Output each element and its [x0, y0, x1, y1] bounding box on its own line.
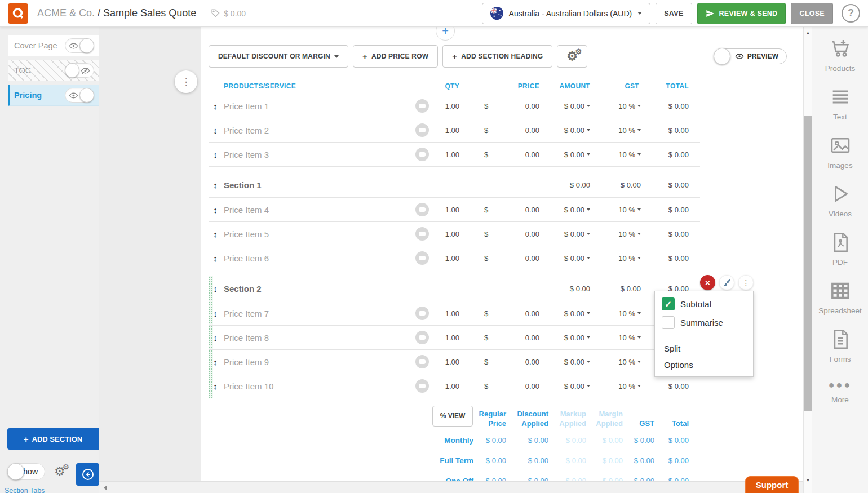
tool-forms[interactable]: Forms — [829, 328, 852, 363]
sidebar-item-pricing[interactable]: Pricing — [8, 85, 99, 106]
gst-dropdown[interactable]: 10 % — [596, 150, 646, 159]
qty-field[interactable]: 1.00 — [445, 150, 459, 159]
qty-field[interactable]: 1.00 — [445, 382, 459, 390]
price-item-label[interactable]: Price Item 6 — [222, 254, 415, 263]
settings-gears-icon[interactable]: ⚙⚙ — [54, 465, 65, 478]
amount-dropdown[interactable]: $ 0.00 — [539, 150, 596, 159]
gst-dropdown[interactable]: 10 % — [596, 309, 646, 318]
amount-dropdown[interactable]: $ 0.00 — [539, 126, 596, 135]
app-logo[interactable] — [8, 3, 28, 24]
sidebar-item-toc[interactable]: TOC — [8, 60, 99, 81]
qty-field[interactable]: 1.00 — [445, 206, 459, 214]
section-heading-row[interactable]: ↕ Section 1 $ 0.00 $ 0.00 $ 0.00 — [209, 172, 700, 198]
price-item-label[interactable]: Price Item 9 — [222, 357, 415, 367]
price-item-row[interactable]: ↕ Price Item 2 1.00 $0.00 $ 0.00 10 % $ … — [209, 118, 700, 143]
qty-field[interactable]: 1.00 — [445, 334, 459, 342]
section-more-button[interactable]: ⋮ — [738, 275, 754, 290]
price-item-label[interactable]: Price Item 1 — [222, 101, 415, 111]
delete-section-button[interactable]: × — [700, 275, 715, 290]
amount-dropdown[interactable]: $ 0.00 — [539, 102, 596, 110]
checkbox-unchecked-icon[interactable] — [662, 316, 675, 329]
drag-handle-icon[interactable]: ↕ — [209, 309, 222, 318]
tool-images[interactable]: Images — [827, 134, 852, 170]
add-price-row-button[interactable]: + ADD PRICE ROW — [353, 45, 438, 68]
menu-item-subtotal[interactable]: ✓ Subtotal — [655, 295, 753, 313]
tool-text[interactable]: Text — [829, 86, 852, 121]
scroll-down-icon[interactable]: ▼ — [804, 478, 812, 483]
tool-pdf[interactable]: PDF — [829, 231, 852, 267]
percent-view-button[interactable]: % VIEW — [432, 406, 473, 427]
review-send-button[interactable]: REVIEW & SEND — [697, 3, 786, 24]
qty-field[interactable]: 1.00 — [445, 254, 459, 263]
price-field[interactable]: 0.00 — [525, 230, 539, 238]
drag-handle-icon[interactable]: ↕ — [209, 126, 222, 135]
price-item-label[interactable]: Price Item 8 — [222, 333, 415, 343]
tool-videos[interactable]: Videos — [829, 183, 852, 218]
qty-field[interactable]: 1.00 — [445, 358, 459, 366]
visibility-toggle[interactable] — [65, 38, 94, 53]
close-button[interactable]: CLOSE — [791, 3, 833, 24]
amount-dropdown[interactable]: $ 0.00 — [539, 382, 596, 390]
amount-dropdown[interactable]: $ 0.00 — [539, 358, 596, 366]
preview-toggle[interactable]: PREVIEW — [714, 48, 787, 64]
sidebar-item-cover-page[interactable]: Cover Page — [8, 35, 99, 56]
qty-field[interactable]: 1.00 — [445, 126, 459, 135]
comment-icon[interactable] — [415, 379, 429, 393]
price-field[interactable]: 0.00 — [525, 334, 539, 342]
price-item-row[interactable]: ↕ Price Item 3 1.00 $0.00 $ 0.00 10 % $ … — [209, 143, 700, 167]
price-item-label[interactable]: Price Item 5 — [222, 229, 415, 239]
price-item-row[interactable]: ↕ Price Item 9 1.00 $0.00 $ 0.00 10 % $ … — [209, 350, 700, 374]
default-discount-button[interactable]: DEFAULT DISCOUNT OR MARGIN — [209, 45, 348, 68]
comment-icon[interactable] — [415, 355, 429, 368]
qty-field[interactable]: 1.00 — [445, 230, 459, 238]
comment-icon[interactable] — [415, 203, 429, 216]
price-item-label[interactable]: Price Item 2 — [222, 126, 415, 135]
drag-handle-icon[interactable]: ↕ — [209, 205, 222, 215]
qty-field[interactable]: 1.00 — [445, 102, 459, 110]
tool-spreadsheet[interactable]: Spreadsheet — [818, 279, 862, 315]
comment-icon[interactable] — [415, 99, 429, 113]
support-button[interactable]: Support — [745, 476, 799, 493]
add-section-heading-button[interactable]: + ADD SECTION HEADING — [442, 45, 552, 68]
price-item-row[interactable]: ↕ Price Item 5 1.00 $0.00 $ 0.00 10 % $ … — [209, 222, 700, 246]
summary-row-label[interactable]: Full Term — [209, 456, 473, 465]
amount-dropdown[interactable]: $ 0.00 — [539, 309, 596, 318]
qty-field[interactable]: 1.00 — [445, 309, 459, 318]
price-field[interactable]: 0.00 — [525, 150, 539, 159]
drag-handle-icon[interactable]: ↕ — [209, 381, 222, 391]
price-field[interactable]: 0.00 — [525, 206, 539, 214]
drag-handle-icon[interactable]: ↕ — [209, 150, 222, 159]
quote-title[interactable]: Sample Sales Quote — [103, 7, 196, 19]
price-field[interactable]: 0.00 — [525, 254, 539, 263]
price-item-label[interactable]: Price Item 3 — [222, 150, 415, 159]
tool-products[interactable]: Products — [825, 37, 855, 73]
price-field[interactable]: 0.00 — [525, 382, 539, 390]
comment-icon[interactable] — [415, 251, 429, 265]
comment-icon[interactable] — [415, 148, 429, 161]
comment-icon[interactable] — [415, 307, 429, 320]
scrollbar-thumb[interactable] — [804, 116, 812, 411]
gst-dropdown[interactable]: 10 % — [596, 102, 646, 110]
menu-item-options[interactable]: Options — [655, 357, 753, 373]
price-item-label[interactable]: Price Item 4 — [222, 205, 415, 215]
tool-more[interactable]: ●●● More — [829, 376, 852, 404]
amount-dropdown[interactable]: $ 0.00 — [539, 254, 596, 263]
price-field[interactable]: 0.00 — [525, 126, 539, 135]
drag-handle-icon[interactable]: ↕ — [209, 101, 222, 111]
gst-dropdown[interactable]: 10 % — [596, 206, 646, 214]
section-tabs-link[interactable]: Section Tabs — [5, 487, 45, 493]
amount-dropdown[interactable]: $ 0.00 — [539, 230, 596, 238]
currency-selector[interactable]: Australia - Australian Dollars (AUD) — [482, 3, 651, 24]
comment-icon[interactable] — [415, 123, 429, 137]
amount-dropdown[interactable]: $ 0.00 — [539, 206, 596, 214]
price-item-label[interactable]: Price Item 7 — [222, 309, 415, 318]
vertical-scrollbar[interactable]: ▲ ▼ — [803, 27, 812, 493]
visibility-toggle[interactable] — [65, 88, 94, 103]
amount-dropdown[interactable]: $ 0.00 — [539, 334, 596, 342]
comment-icon[interactable] — [415, 331, 429, 344]
table-settings-button[interactable]: ⚙⚙ — [557, 45, 587, 68]
visibility-toggle[interactable] — [65, 63, 94, 78]
block-options-button[interactable]: ⋮ — [175, 70, 197, 93]
collapse-sidebar-button[interactable] — [76, 463, 99, 486]
price-item-row[interactable]: ↕ Price Item 8 1.00 $0.00 $ 0.00 10 % $ … — [209, 326, 700, 350]
